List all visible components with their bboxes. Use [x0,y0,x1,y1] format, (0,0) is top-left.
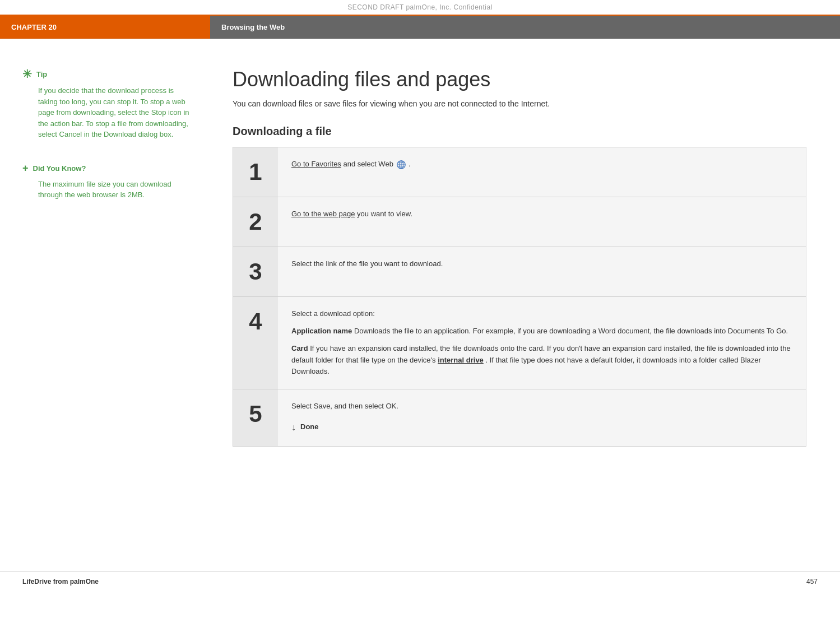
footer-right-text: 457 [806,578,818,586]
header-section: Browsing the Web [210,16,840,39]
steps-table: 1 Go to Favorites and select Web . [233,147,806,446]
web-icon [396,160,406,170]
step3-text: Select the link of the file you want to … [291,259,443,268]
step-number-5: 5 [233,389,278,445]
tip-title: Tip [36,70,47,78]
internal-drive-term: internal drive [438,356,484,364]
step-row-3: 3 Select the link of the file you want t… [233,247,806,297]
go-to-favorites-link[interactable]: Go to Favorites [291,160,341,168]
step4-app-name: Application name Downloads the file to a… [291,326,792,337]
step2-text: you want to view. [357,210,412,218]
did-you-know-text: The maximum file size you can download t… [22,179,193,201]
step-row-2: 2 Go to the web page you want to view. [233,197,806,247]
section-title: Downloading a file [233,125,806,138]
done-row: ↓ Done [291,420,792,435]
header-bar: CHAPTER 20 Browsing the Web [0,15,840,39]
tip-text: If you decide that the download process … [22,85,193,140]
go-to-web-page-link[interactable]: Go to the web page [291,210,355,218]
step4-intro: Select a download option: [291,308,792,320]
tip-header: ✳ Tip [22,67,193,81]
tip-block: ✳ Tip If you decide that the download pr… [22,67,193,140]
done-arrow-icon: ↓ [291,420,296,435]
step-content-2: Go to the web page you want to view. [278,197,806,247]
step-content-5: Select Save, and then select OK. ↓ Done [278,389,806,445]
footer-left-text: LifeDrive from palmOne [22,578,99,586]
step4-app-desc: Downloads the file to an application. Fo… [354,327,788,335]
step-number-1: 1 [233,147,278,197]
page-title: Downloading files and pages [233,67,806,91]
step-content-1: Go to Favorites and select Web . [278,147,806,197]
did-you-know-header: + Did You Know? [22,162,193,174]
step1-text: and select Web [344,160,396,168]
step-number-2: 2 [233,197,278,247]
main-layout: ✳ Tip If you decide that the download pr… [0,39,840,572]
step-content-4: Select a download option: Application na… [278,297,806,389]
sidebar: ✳ Tip If you decide that the download pr… [0,39,210,572]
step-row-5: 5 Select Save, and then select OK. ↓ Don… [233,389,806,445]
chapter-label: CHAPTER 20 [11,23,57,31]
step-content-3: Select the link of the file you want to … [278,247,806,296]
done-label: Done [300,421,319,433]
step1-period: . [409,160,411,168]
step-row-4: 4 Select a download option: Application … [233,297,806,389]
section-label: Browsing the Web [221,23,285,31]
plus-icon: + [22,162,29,174]
footer: LifeDrive from palmOne 457 [0,572,840,591]
card-term: Card [291,344,308,352]
watermark-text: SECOND DRAFT palmOne, Inc. Confidential [347,3,493,11]
watermark: SECOND DRAFT palmOne, Inc. Confidential [0,0,840,15]
step-number-3: 3 [233,247,278,296]
tip-asterisk-icon: ✳ [22,67,32,81]
app-name-term: Application name [291,327,352,335]
step5-text: Select Save, and then select OK. [291,401,792,412]
main-content: Downloading files and pages You can down… [210,39,840,572]
header-chapter: CHAPTER 20 [0,16,210,39]
step4-card: Card If you have an expansion card insta… [291,343,792,378]
step-number-4: 4 [233,297,278,389]
step-row-1: 1 Go to Favorites and select Web . [233,147,806,197]
page-subtitle: You can download files or save files for… [233,99,806,108]
did-you-know-block: + Did You Know? The maximum file size yo… [22,162,193,201]
did-you-know-title: Did You Know? [33,164,86,173]
